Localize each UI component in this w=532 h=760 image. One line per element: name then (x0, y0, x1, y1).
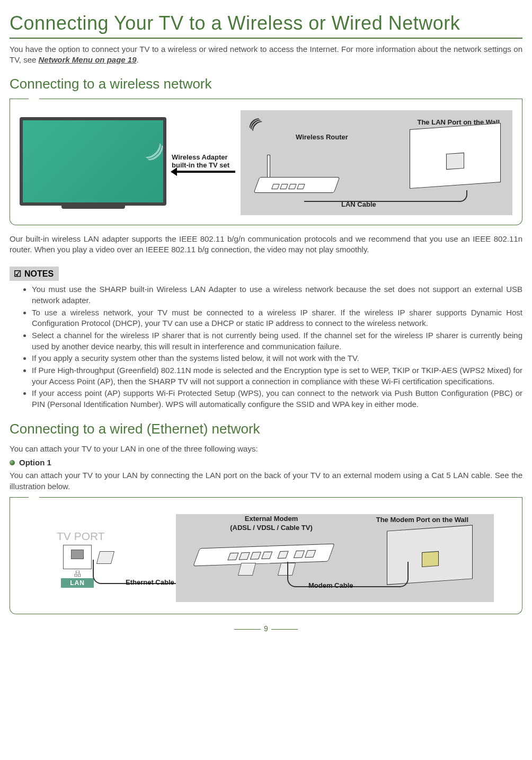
modem-wall-label: The Modem Port on the Wall (376, 515, 468, 525)
wired-diagram: TV PORT 品 LAN Ethernet Cable External Mo… (10, 497, 522, 614)
note-item: If your access point (AP) supports Wi-Fi… (32, 388, 522, 410)
notes-badge: NOTES (10, 267, 59, 281)
modem-label: External Modem (ADSL / VDSL / Cable TV) (229, 514, 314, 533)
router-panel: ))) Wireless Router The LAN Port on the … (241, 110, 512, 215)
note-item: To use a wireless network, your TV must … (32, 307, 522, 329)
bullet-icon (10, 460, 15, 465)
wall-port-icon (410, 123, 501, 189)
intro-paragraph: You have the option to connect your TV t… (10, 44, 522, 66)
option-1-body: You can attach your TV to your LAN by co… (10, 470, 522, 492)
adapter-label: Wireless Adapter built-in the TV set (172, 153, 235, 170)
modem-cable-label: Modem Cable (308, 581, 353, 590)
tv-port-label: TV PORT (57, 529, 105, 544)
arrow-icon (172, 171, 235, 173)
wifi-signal-icon: ))) (247, 115, 265, 132)
wired-heading: Connecting to a wired (Ethernet) network (10, 420, 522, 438)
network-menu-link[interactable]: Network Menu on page 19 (38, 55, 136, 64)
option-1-row: Option 1 (10, 457, 522, 468)
wired-intro: You can attach your TV to your LAN in on… (10, 444, 522, 454)
lan-label: LAN (61, 578, 94, 588)
tv-illustration: )) (20, 117, 166, 209)
router-label: Wireless Router (296, 132, 348, 142)
wireless-body: Our built-in wireless LAN adapter suppor… (10, 234, 522, 255)
notes-list: You must use the SHARP built-in Wireless… (32, 284, 522, 410)
note-item: You must use the SHARP built-in Wireless… (32, 284, 522, 306)
note-item: If Pure High-throughput (Greenfield) 802… (32, 365, 522, 387)
modem-panel: External Modem (ADSL / VDSL / Cable TV) … (176, 514, 494, 602)
page-title: Connecting Your TV to a Wireless or Wire… (10, 11, 522, 39)
lan-port-tile: 品 LAN (61, 545, 94, 588)
intro-text-b: . (137, 55, 139, 64)
wireless-diagram: )) Wireless Adapter built-in the TV set … (10, 99, 522, 225)
rj45-plug-icon (238, 563, 256, 576)
router-icon (256, 164, 341, 193)
option-1-label: Option 1 (19, 457, 51, 468)
lan-network-icon: 品 (61, 570, 94, 577)
wireless-heading: Connecting to a wireless network (10, 75, 522, 93)
note-item: Select a channel for the wireless IP sha… (32, 330, 522, 352)
ethernet-cable-label: Ethernet Cable (126, 578, 174, 587)
page-number: 9 (10, 624, 522, 634)
lan-cable-label: LAN Cable (341, 200, 376, 209)
lan-cable-line (304, 190, 467, 202)
note-item: If you apply a security system other tha… (32, 353, 522, 364)
